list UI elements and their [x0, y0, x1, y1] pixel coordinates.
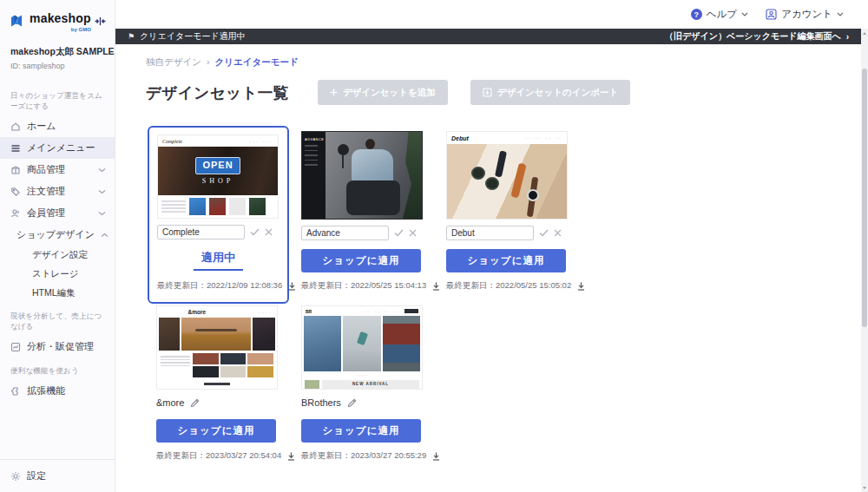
account-menu[interactable]: アカウント: [766, 8, 844, 21]
design-card-advance[interactable]: ADVANCE ショップに適用 最終更新日：2022/05/25 15:04:1…: [301, 131, 423, 292]
sidebar-subitem-design-settings[interactable]: デザイン設定: [0, 246, 115, 265]
apply-to-shop-button[interactable]: ショップに適用: [446, 249, 566, 272]
sidebar-item-settings[interactable]: 設定: [0, 459, 115, 492]
last-updated-label: 最終更新日：2022/05/25 15:04:13: [301, 280, 426, 292]
help-icon: ?: [691, 9, 702, 20]
apply-to-shop-button[interactable]: ショップに適用: [301, 249, 421, 272]
import-design-set-button[interactable]: デザインセットのインポート: [470, 80, 630, 105]
download-icon[interactable]: [287, 452, 295, 461]
add-design-set-button[interactable]: デザインセットを追加: [318, 80, 448, 105]
sidebar-item-orders[interactable]: 注文管理: [0, 180, 115, 202]
brand-byline: by GMO: [30, 27, 91, 32]
last-updated-label: 最終更新日：2023/03/27 20:54:04: [156, 450, 281, 462]
chevron-right-icon: ›: [846, 32, 849, 42]
member-person-icon: [10, 208, 21, 219]
import-icon: [483, 88, 492, 97]
mode-bar: ⚑ クリエイターモード適用中 （旧デザイン）ベーシックモード編集画面へ ›: [115, 29, 861, 44]
chevron-up-icon: [101, 233, 108, 238]
order-tag-icon: [10, 187, 21, 197]
design-name-label: &more: [156, 397, 184, 408]
brand-name: makeshop: [30, 11, 91, 25]
sidebar-item-analytics[interactable]: 分析・販促管理: [0, 336, 115, 358]
breadcrumb-parent[interactable]: 独自デザイン: [146, 56, 201, 69]
design-thumbnail-more[interactable]: &more····: [156, 305, 278, 390]
help-menu[interactable]: ? ヘルプ: [691, 8, 748, 21]
download-icon[interactable]: [288, 282, 296, 291]
design-name-label: BRothers: [301, 397, 341, 408]
makeshop-logo-icon: [10, 15, 25, 28]
apply-to-shop-button[interactable]: ショップに適用: [301, 419, 421, 443]
applied-status-badge[interactable]: 適用中: [194, 250, 243, 271]
design-name-input[interactable]: [157, 225, 245, 239]
open-sign: OPEN: [195, 157, 240, 174]
sidebar-item-members[interactable]: 会員管理: [0, 202, 115, 224]
shop-block: makeshop太郎 SAMPLE ID: sampleshop: [0, 37, 115, 70]
new-arrival-banner: NEW ARRIVAL: [322, 380, 419, 389]
edit-name-icon[interactable]: [347, 398, 357, 408]
download-icon[interactable]: [432, 282, 440, 291]
mode-status: ⚑ クリエイターモード適用中: [128, 30, 246, 43]
breadcrumb-separator: ›: [207, 56, 210, 69]
sidebar-item-extensions[interactable]: 拡張機能: [0, 380, 115, 402]
apply-to-shop-button[interactable]: ショップに適用: [156, 419, 276, 443]
design-name-input[interactable]: [301, 226, 389, 240]
edit-name-icon[interactable]: [190, 398, 200, 408]
design-card-debut[interactable]: Debut·· ·· ·· ·· ショップに適用 最終更新日：2022/05/2…: [446, 131, 568, 292]
design-name-input[interactable]: [446, 226, 534, 240]
design-card-more[interactable]: &more···· &more ショップに適用 最終更新日：2023/03/27…: [156, 305, 278, 462]
vertical-scrollbar[interactable]: [861, 29, 868, 492]
design-thumbnail-advance[interactable]: ADVANCE: [301, 131, 423, 220]
shop-id: ID: sampleshop: [10, 62, 104, 70]
content: 独自デザイン › クリエイターモード デザインセット一覧 デザインセットを追加 …: [115, 44, 861, 492]
sidebar-subitem-storage[interactable]: ストレージ: [0, 265, 115, 284]
design-thumbnail-debut[interactable]: Debut·· ·· ·· ··: [446, 131, 568, 220]
chevron-down-icon: [98, 211, 106, 216]
home-icon: [10, 121, 21, 132]
scrollbar-thumb[interactable]: [862, 69, 867, 327]
sidebar-item-products[interactable]: 商品管理: [0, 159, 115, 180]
confirm-name-icon[interactable]: [394, 229, 404, 237]
sidebar-item-shop-design[interactable]: ショップデザイン: [0, 224, 115, 246]
sidebar: makeshop by GMO makeshop太郎 SAMPLE ID: sa…: [0, 0, 115, 492]
cancel-name-icon[interactable]: [554, 229, 562, 237]
cancel-name-icon[interactable]: [409, 229, 417, 237]
puzzle-icon: [10, 386, 21, 397]
top-bar: ? ヘルプ アカウント: [115, 0, 868, 29]
flag-icon: ⚑: [128, 32, 135, 41]
sidebar-item-main-menu[interactable]: メインメニュー: [0, 137, 115, 159]
sidebar-collapse-icon[interactable]: [95, 16, 106, 26]
design-thumbnail-complete[interactable]: Complete··· ··· OPEN SHOP: [157, 134, 279, 219]
chevron-down-icon: [741, 12, 748, 16]
nav-section-daily: 日々のショップ運営をスムーズにする: [0, 82, 115, 115]
download-icon[interactable]: [432, 452, 440, 461]
confirm-name-icon[interactable]: [539, 229, 549, 237]
analytics-chart-icon: [10, 342, 21, 352]
basic-mode-link[interactable]: （旧デザイン）ベーシックモード編集画面へ ›: [665, 30, 849, 43]
plus-icon: [330, 89, 338, 96]
account-icon: [766, 9, 777, 20]
main-area: ? ヘルプ アカウント ⚑ クリエイターモード適用中 （旧デザイン）ベーシックモ…: [115, 0, 868, 492]
last-updated-label: 最終更新日：2023/03/27 20:55:29: [301, 450, 426, 462]
sidebar-nav: 日々のショップ運営をスムーズにする ホーム メインメニュー 商品管理 注文管理 …: [0, 70, 115, 459]
breadcrumb: 独自デザイン › クリエイターモード: [146, 56, 861, 69]
last-updated-label: 最終更新日：2022/12/09 12:08:36: [157, 280, 282, 292]
title-row: デザインセット一覧 デザインセットを追加 デザインセットのインポート: [146, 80, 861, 105]
cancel-name-icon[interactable]: [265, 228, 273, 236]
gear-icon: [10, 471, 21, 482]
product-box-icon: [10, 165, 21, 175]
scroll-up-button[interactable]: [861, 29, 868, 37]
design-card-brothers[interactable]: BR·· ·· ·· ·· ······ NEW ARRIVAL BRother…: [301, 305, 423, 462]
nav-section-analyze: 現状を分析して、売上につなげる: [0, 303, 115, 336]
last-updated-label: 最終更新日：2022/05/25 15:05:02: [446, 280, 571, 292]
chevron-down-icon: [98, 167, 106, 173]
nav-section-useful: 便利な機能を使おう: [0, 358, 115, 380]
design-card-complete[interactable]: Complete··· ··· OPEN SHOP 適用中 最終更新日：2022…: [148, 126, 289, 304]
logo-row: makeshop by GMO: [0, 0, 115, 37]
scroll-down-button[interactable]: [861, 483, 868, 492]
breadcrumb-current: クリエイターモード: [214, 56, 298, 69]
confirm-name-icon[interactable]: [250, 228, 260, 236]
design-thumbnail-brothers[interactable]: BR·· ·· ·· ·· ······ NEW ARRIVAL: [301, 305, 423, 390]
download-icon[interactable]: [577, 282, 585, 291]
sidebar-subitem-html-edit[interactable]: HTML編集: [0, 284, 115, 303]
sidebar-item-home[interactable]: ホーム: [0, 115, 115, 137]
